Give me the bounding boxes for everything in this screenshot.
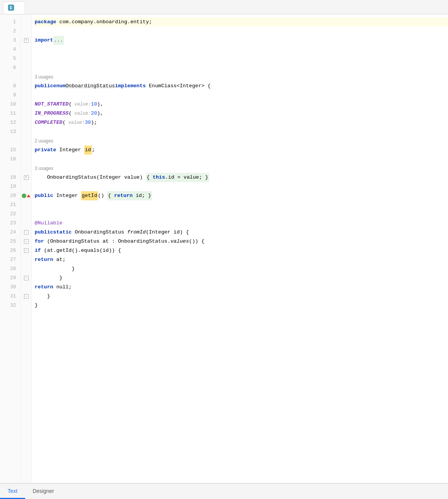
breakpoint-marker — [22, 194, 30, 198]
gutter-cell — [21, 136, 31, 146]
code-line[interactable]: for (OnboardingStatus at : OnboardingSta… — [35, 237, 448, 246]
line-number: 9 — [0, 91, 16, 100]
gutter-cell: − — [21, 292, 31, 301]
gutter-cell — [21, 210, 31, 219]
fold-collapse-icon[interactable]: − — [24, 276, 29, 280]
code-line[interactable]: } — [35, 301, 448, 310]
gutter-cell — [21, 109, 31, 118]
gutter-cell — [21, 18, 31, 27]
code-line[interactable]: @Nullable — [35, 219, 448, 228]
fold-collapse-icon[interactable]: − — [24, 230, 29, 235]
gutter-cell: + — [21, 173, 31, 182]
gutter-cell — [21, 219, 31, 228]
code-line[interactable] — [35, 91, 448, 100]
code-line[interactable] — [35, 155, 448, 164]
code-line[interactable]: package com.company.onboarding.entity; — [35, 18, 448, 27]
line-number: 5 — [0, 54, 16, 63]
line-number: 27 — [0, 255, 16, 264]
line-number: 6 — [0, 63, 16, 72]
code-line[interactable]: public Integer getId() { return id; } — [35, 191, 448, 200]
line-number: 25 — [0, 237, 16, 246]
gutter-cell — [21, 127, 31, 136]
code-area: 1234568910111213151618192021222324252627… — [0, 14, 448, 483]
gutter-cell — [21, 264, 31, 273]
gutter-cell — [21, 155, 31, 164]
bottom-tab-designer[interactable]: Designer — [25, 484, 62, 499]
execution-arrow — [27, 194, 30, 197]
breakpoint-dot — [22, 194, 26, 198]
line-number: 8 — [0, 82, 16, 91]
gutter-cell — [21, 118, 31, 127]
code-line[interactable]: import ... — [35, 36, 448, 45]
gutter-cell — [21, 146, 31, 155]
line-number: 16 — [0, 155, 16, 164]
line-number: 4 — [0, 45, 16, 54]
file-tab[interactable]: E — [3, 2, 25, 14]
fold-collapse-icon[interactable]: − — [24, 239, 29, 244]
code-line[interactable]: 3 usages — [35, 164, 448, 173]
file-type-icon: E — [8, 5, 14, 11]
code-line[interactable] — [35, 200, 448, 210]
fold-collapse-icon[interactable]: − — [24, 248, 29, 253]
code-line[interactable]: return at; — [35, 255, 448, 264]
code-line[interactable] — [35, 27, 448, 36]
line-number — [0, 164, 16, 173]
code-line[interactable] — [35, 54, 448, 63]
code-line[interactable]: public enum OnboardingStatus implements … — [35, 82, 448, 91]
code-content[interactable]: package com.company.onboarding.entity;im… — [32, 14, 448, 483]
bottom-tab-text[interactable]: Text — [0, 484, 25, 499]
fold-expand-icon[interactable]: + — [24, 38, 29, 43]
gutter: ++−−−−− — [21, 14, 32, 483]
code-line[interactable]: OnboardingStatus(Integer value) { this.i… — [35, 173, 448, 182]
line-number: 20 — [0, 191, 16, 200]
line-number: 21 — [0, 200, 16, 210]
gutter-cell — [21, 45, 31, 54]
code-line[interactable]: private Integer id; — [35, 146, 448, 155]
gutter-cell: − — [21, 246, 31, 255]
code-line[interactable]: } — [35, 273, 448, 283]
line-number: 30 — [0, 283, 16, 292]
code-line[interactable]: public static OnboardingStatus fromId(In… — [35, 228, 448, 237]
code-line[interactable]: 2 usages — [35, 136, 448, 146]
gutter-cell — [21, 54, 31, 63]
code-line[interactable] — [35, 210, 448, 219]
line-number: 19 — [0, 182, 16, 191]
line-number: 28 — [0, 264, 16, 273]
fold-expand-icon[interactable]: + — [24, 175, 29, 180]
code-line[interactable]: NOT_STARTED( value: 10), — [35, 100, 448, 109]
fold-collapse-icon[interactable]: − — [24, 294, 29, 299]
line-number: 32 — [0, 301, 16, 310]
line-number: 10 — [0, 100, 16, 109]
line-number: 12 — [0, 118, 16, 127]
tab-bar: E — [0, 0, 448, 14]
code-line[interactable] — [35, 63, 448, 72]
gutter-cell — [21, 72, 31, 82]
gutter-cell — [21, 27, 31, 36]
code-line[interactable]: return null; — [35, 283, 448, 292]
gutter-cell — [21, 200, 31, 210]
code-line[interactable] — [35, 45, 448, 54]
bottom-tabs: TextDesigner — [0, 483, 448, 499]
gutter-cell — [21, 191, 31, 200]
code-line[interactable]: } — [35, 264, 448, 273]
gutter-cell — [21, 82, 31, 91]
code-line[interactable]: 3 usages — [35, 72, 448, 82]
code-line[interactable]: } — [35, 292, 448, 301]
line-number: 1 — [0, 18, 16, 27]
line-number: 24 — [0, 228, 16, 237]
line-number: 29 — [0, 273, 16, 283]
gutter-cell: − — [21, 273, 31, 283]
gutter-cell — [21, 255, 31, 264]
code-line[interactable]: COMPLETED( value: 30); — [35, 118, 448, 127]
gutter-cell — [21, 283, 31, 292]
gutter-cell: + — [21, 36, 31, 45]
line-number: 31 — [0, 292, 16, 301]
code-line[interactable]: if (at.getId().equals(id)) { — [35, 246, 448, 255]
line-number: 3 — [0, 36, 16, 45]
gutter-cell — [21, 182, 31, 191]
line-number: 26 — [0, 246, 16, 255]
code-line[interactable] — [35, 182, 448, 191]
code-line[interactable]: IN_PROGRESS( value: 20), — [35, 109, 448, 118]
code-line[interactable] — [35, 127, 448, 136]
gutter-cell — [21, 100, 31, 109]
